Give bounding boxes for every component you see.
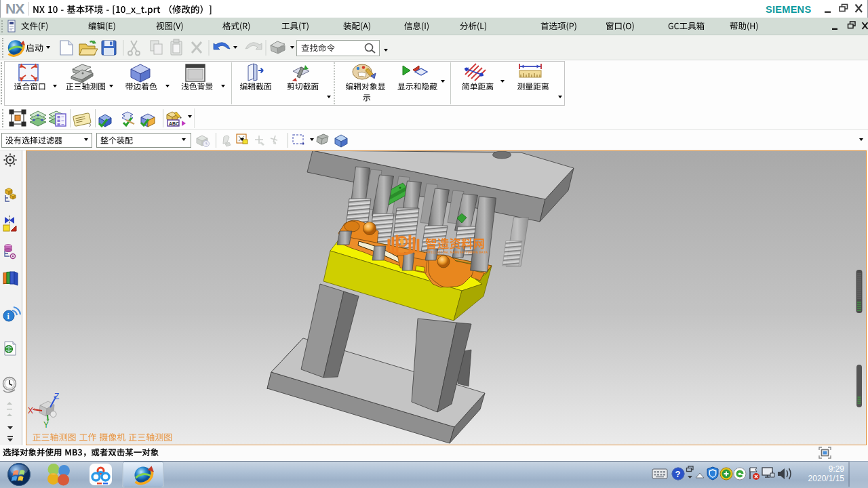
svg-text:Y: Y	[43, 420, 49, 430]
svg-text:?: ?	[675, 469, 681, 479]
svg-text:ABC: ABC	[169, 121, 179, 126]
svg-text:X: X	[28, 406, 33, 415]
svg-text:Z: Z	[54, 392, 59, 401]
